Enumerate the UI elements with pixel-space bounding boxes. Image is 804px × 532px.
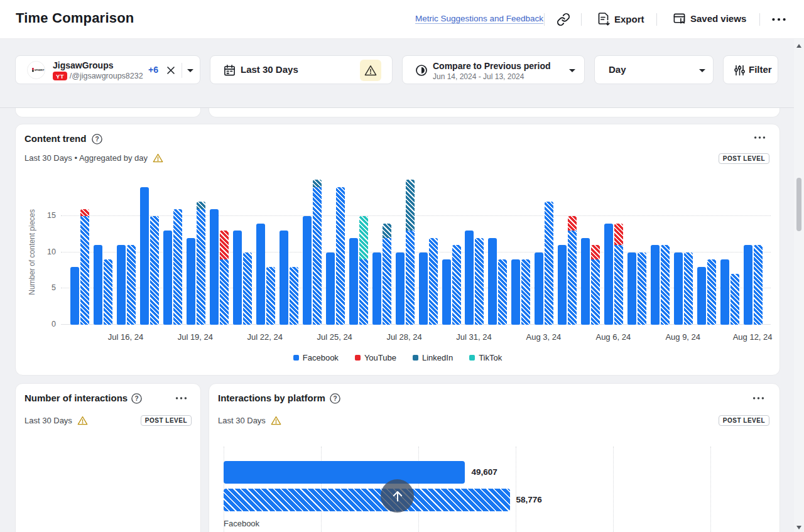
hbar-previous-period[interactable]: [224, 489, 510, 511]
bar-previous-period[interactable]: [359, 216, 368, 325]
compare-period-selector[interactable]: Compare to Previous period Jun 14, 2024 …: [402, 55, 585, 84]
bar-current-period[interactable]: [280, 231, 288, 325]
bar-current-period[interactable]: [163, 231, 172, 325]
bar-current-period[interactable]: [187, 238, 195, 325]
bar-current-period[interactable]: [581, 238, 590, 325]
card-menu[interactable]: [175, 396, 187, 400]
bar-previous-period[interactable]: [521, 259, 530, 325]
bar-current-period[interactable]: [720, 259, 729, 325]
bar-previous-period[interactable]: [173, 209, 182, 325]
bar-current-period[interactable]: [372, 252, 381, 325]
bar-previous-period[interactable]: [336, 187, 345, 325]
saved-views-button[interactable]: Saved views: [673, 12, 746, 25]
legend-item-linkedin[interactable]: LinkedIn: [413, 353, 453, 362]
profile-selector[interactable]: SPHERIT JigsawGroups YT /@jigsawgroups82…: [15, 55, 200, 84]
header-divider: [581, 13, 582, 26]
scroll-to-top-button[interactable]: [381, 479, 414, 513]
bar-current-period[interactable]: [604, 224, 613, 325]
export-button[interactable]: Export: [597, 12, 644, 26]
bar-previous-period[interactable]: [127, 245, 136, 325]
bar-current-period[interactable]: [117, 245, 126, 325]
legend-item-facebook[interactable]: Facebook: [293, 353, 339, 362]
bar-current-period[interactable]: [256, 224, 265, 325]
profile-more-count[interactable]: +6: [148, 65, 158, 75]
bar-current-period[interactable]: [465, 231, 474, 325]
warning-icon[interactable]: [153, 153, 163, 163]
chevron-down-icon[interactable]: [569, 69, 575, 72]
bar-previous-period[interactable]: [661, 245, 670, 325]
ellipsis-icon: [771, 17, 786, 22]
scrollbar-down-arrow[interactable]: [796, 526, 801, 529]
bar-previous-period[interactable]: [243, 252, 252, 325]
bar-current-period[interactable]: [674, 252, 683, 325]
bar-previous-period[interactable]: [150, 216, 159, 325]
bar-previous-period[interactable]: [290, 267, 298, 325]
metric-suggestions-link[interactable]: Metric Suggestions and Feedback: [415, 14, 543, 23]
profile-clear-button[interactable]: [165, 65, 177, 76]
bar-previous-period[interactable]: [220, 231, 229, 325]
bar-current-period[interactable]: [210, 209, 219, 325]
profile-handle: /@jigsawgroups8232: [70, 72, 143, 80]
hbar-current-period[interactable]: [224, 461, 465, 484]
bar-previous-period[interactable]: [429, 238, 438, 325]
warning-icon[interactable]: [271, 416, 281, 425]
bar-current-period[interactable]: [94, 245, 102, 325]
bar-current-period[interactable]: [326, 252, 335, 325]
card-menu[interactable]: [754, 136, 766, 139]
legend-item-tiktok[interactable]: TikTok: [469, 353, 502, 362]
bar-previous-period[interactable]: [731, 274, 739, 325]
bar-current-period[interactable]: [419, 252, 428, 325]
bar-current-period[interactable]: [396, 252, 405, 325]
bar-current-period[interactable]: [744, 245, 752, 325]
date-range-selector[interactable]: Last 30 Days: [210, 55, 393, 84]
help-icon[interactable]: ?: [92, 134, 102, 144]
bar-previous-period[interactable]: [313, 180, 322, 325]
scrollbar-up-arrow[interactable]: [796, 44, 801, 48]
bar-previous-period[interactable]: [80, 209, 89, 325]
help-icon[interactable]: ?: [131, 393, 142, 404]
bar-previous-period[interactable]: [591, 245, 600, 325]
bar-current-period[interactable]: [488, 238, 497, 325]
warning-icon[interactable]: [77, 416, 88, 425]
saved-views-label: Saved views: [690, 13, 746, 24]
bar-current-period[interactable]: [627, 252, 636, 325]
bar-previous-period[interactable]: [568, 216, 577, 325]
bar-current-period[interactable]: [651, 245, 660, 325]
bar-previous-period[interactable]: [754, 245, 763, 325]
bar-previous-period[interactable]: [197, 202, 205, 325]
bar-previous-period[interactable]: [614, 224, 623, 325]
bar-previous-period[interactable]: [406, 180, 415, 325]
chevron-down-icon[interactable]: [699, 69, 705, 72]
bar-current-period[interactable]: [511, 259, 520, 325]
bar-current-period[interactable]: [303, 216, 312, 325]
bar-current-period[interactable]: [233, 231, 242, 325]
bar-previous-period[interactable]: [707, 259, 716, 325]
interval-selector[interactable]: Day: [594, 55, 714, 84]
bar-current-period[interactable]: [442, 259, 451, 325]
bar-previous-period[interactable]: [475, 238, 484, 325]
bar-previous-period[interactable]: [498, 259, 507, 325]
chevron-down-icon[interactable]: [187, 69, 193, 72]
bar-current-period[interactable]: [697, 267, 706, 325]
filter-button[interactable]: Filter: [723, 55, 778, 84]
scrollbar-thumb[interactable]: [796, 178, 801, 231]
bar-previous-period[interactable]: [545, 202, 553, 325]
header-more-menu[interactable]: [771, 17, 786, 22]
bar-previous-period[interactable]: [104, 259, 112, 325]
x-tick-label: Jul 31, 24: [442, 332, 505, 342]
bar-current-period[interactable]: [140, 187, 149, 325]
bar-previous-period[interactable]: [452, 245, 461, 325]
bar-current-period[interactable]: [558, 245, 567, 325]
bar-current-period[interactable]: [70, 267, 79, 325]
bar-previous-period[interactable]: [638, 252, 646, 325]
bar-current-period[interactable]: [535, 252, 543, 325]
card-menu[interactable]: [752, 396, 764, 400]
bar-previous-period[interactable]: [684, 252, 693, 325]
share-link-button[interactable]: [557, 13, 570, 26]
bar-previous-period[interactable]: [383, 224, 391, 325]
legend-item-youtube[interactable]: YouTube: [355, 353, 396, 362]
help-icon[interactable]: ?: [330, 393, 340, 404]
date-warning-badge[interactable]: [360, 60, 381, 81]
bar-previous-period[interactable]: [266, 267, 275, 325]
bar-current-period[interactable]: [349, 238, 358, 325]
